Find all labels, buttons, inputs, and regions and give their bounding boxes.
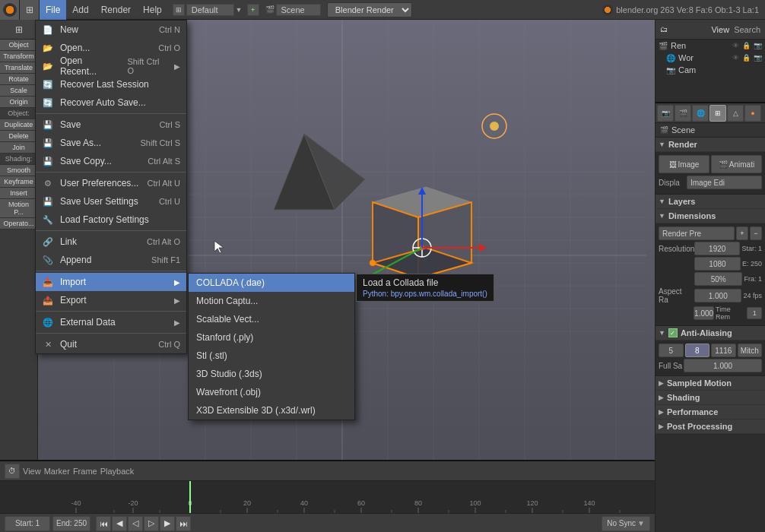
submenu-x3d[interactable]: X3D Extensible 3D (.x3d/.wrl) [189,401,354,420]
menu-quit[interactable]: ✕ Quit Ctrl Q [36,335,186,353]
file-menu-item[interactable]: File [40,0,66,20]
menu-link[interactable]: 🔗 Link Ctrl Alt O [36,233,186,251]
timeline-view-btn[interactable]: View [23,467,41,476]
full-sample-value[interactable]: 1.000 [684,359,762,372]
add-workspace-btn[interactable]: + [247,4,259,16]
image-render-btn[interactable]: 🖼 Image [659,155,709,173]
timeline-playback-btn[interactable]: Playback [100,467,135,476]
sidebar-rotate-label[interactable]: Rotate [0,74,37,85]
render-section-header[interactable]: ▼ Render [655,138,765,152]
render-preset-btn[interactable]: Render Pre [659,226,735,240]
res-x-input[interactable]: 1920 [694,242,740,255]
submenu-stanford[interactable]: Stanford (.ply) [189,328,354,347]
anim-render-btn[interactable]: 🎬 Animati [711,155,762,173]
outliner-search-tab[interactable]: Search [734,25,760,34]
sidebar-delete-label[interactable]: Delete [0,131,37,142]
outliner-item-cam[interactable]: 📷 Cam [655,64,765,76]
post-processing-header[interactable]: ▶ Post Processing [655,420,765,434]
dimensions-section-header[interactable]: ▼ Dimensions [655,209,765,223]
prop-tab-mesh[interactable]: △ [727,105,744,122]
outliner-view-tab[interactable]: View [711,25,729,34]
sidebar-scale-label[interactable]: Scale [0,85,37,97]
sidebar-origin-label[interactable]: Origin [0,97,37,108]
prop-tab-object[interactable]: ⊞ [709,105,726,122]
preset-add-btn[interactable]: + [736,226,748,240]
sidebar-motion-label[interactable]: Motion P... [0,199,37,218]
prop-tab-scene[interactable]: 🎬 [675,105,691,122]
prev-frame-btn[interactable]: ◀ [112,516,127,531]
editor-type-icon[interactable]: ⊞ [20,0,40,20]
help-menu-item[interactable]: Help [137,0,168,20]
sidebar-insert-label[interactable]: Insert [0,188,37,199]
menu-import[interactable]: 📥 Import ▶ COLLADA (.dae) Motion Captu..… [36,273,186,291]
submenu-scalable[interactable]: Scalable Vect... [189,310,354,328]
menu-save-copy[interactable]: 💾 Save Copy... Ctrl Alt S [36,152,186,170]
submenu-obj[interactable]: Wavefront (.obj) [189,383,354,401]
timeline-type-btn[interactable]: ⏱ [5,464,20,479]
prop-tab-world[interactable]: 🌐 [692,105,709,122]
layers-section-header[interactable]: ▼ Layers [655,195,765,209]
render-menu-item[interactable]: Render [95,0,137,20]
outliner-item-ren[interactable]: 🎬 Ren 👁 🔒 📷 [655,40,765,52]
aspect-x-input[interactable]: 1.000 [694,289,741,302]
submenu-motion[interactable]: Motion Captu... [189,292,354,310]
sidebar-object-label[interactable]: Object [0,40,37,51]
next-frame-btn[interactable]: ▶ [160,516,175,531]
performance-section-header[interactable]: ▶ Performance [655,405,765,420]
aspect-y-input[interactable]: 1.000 [694,306,714,320]
sidebar-translate-label[interactable]: Translate [0,62,37,74]
svg-text:20: 20 [243,499,251,507]
display-value-btn[interactable]: Image Edi [687,176,762,189]
play-forward-btn[interactable]: ▷ [144,516,159,531]
preset-remove-btn[interactable]: − [750,226,762,240]
sidebar-join-label[interactable]: Join [0,142,37,154]
play-reverse-btn[interactable]: ◁ [128,516,143,531]
menu-append[interactable]: 📎 Append Shift F1 [36,251,186,269]
menu-recover-auto[interactable]: 🔄 Recover Auto Save... [36,93,186,112]
menu-save[interactable]: 💾 Save Ctrl S [36,116,186,134]
sidebar-duplicate-label[interactable]: Duplicate [0,119,37,131]
time-rem-value[interactable]: 1 [747,307,762,319]
aa-checkbox[interactable] [668,328,678,337]
submenu-3ds[interactable]: 3D Studio (.3ds) [189,365,354,383]
sidebar-operator-label[interactable]: Operato... [0,218,37,230]
prop-tab-render[interactable]: 📷 [657,105,674,122]
menu-export[interactable]: 📤 Export ▶ [36,291,186,309]
menu-save-as[interactable]: 💾 Save As... Shift Ctrl S [36,134,186,152]
menu-user-prefs[interactable]: ⚙ User Preferences... Ctrl Alt U [36,174,186,192]
timeline-marker-btn[interactable]: Marker [44,467,70,476]
shading-section-header[interactable]: ▶ Shading [655,391,765,405]
aa-sample-1116[interactable]: 1116 [711,344,736,357]
timeline-frame-btn[interactable]: Frame [73,467,97,476]
add-menu-item[interactable]: Add [66,0,94,20]
sidebar-smooth-label[interactable]: Smooth [0,165,37,176]
menu-save-user[interactable]: 💾 Save User Settings Ctrl U [36,192,186,211]
scene-selector[interactable]: Scene [276,4,321,16]
sidebar-transform-label[interactable]: Transform [0,51,37,62]
workspace-name[interactable]: Default [186,4,234,16]
menu-open[interactable]: 📂 Open... Ctrl O [36,39,186,57]
sync-btn[interactable]: No Sync ▼ [602,516,650,531]
res-pct-input[interactable]: 50% [694,272,742,286]
end-frame-display[interactable]: End: 250 [52,516,90,531]
menu-external-data[interactable]: 🌐 External Data ▶ [36,313,186,331]
menu-load-factory[interactable]: 🔧 Load Factory Settings [36,211,186,229]
submenu-collada[interactable]: COLLADA (.dae) [189,274,354,292]
sidebar-keyframe-label[interactable]: Keyframe [0,176,37,188]
start-frame-display[interactable]: Start: 1 [5,516,50,531]
aa-sample-8[interactable]: 8 [685,344,710,357]
menu-new[interactable]: 📄 New Ctrl N [36,21,186,39]
sampled-motion-header[interactable]: ▶ Sampled Motion [655,376,765,391]
jump-start-btn[interactable]: ⏮ [96,516,111,531]
render-engine-select[interactable]: Blender Render Blender Game Cycles Rende… [327,2,412,17]
aa-filter-btn[interactable]: Mitch [738,344,763,357]
res-y-input[interactable]: 1080 [694,257,741,271]
submenu-stl[interactable]: Stl (.stl) [189,347,354,365]
jump-end-btn[interactable]: ⏭ [176,516,191,531]
prop-tab-mat[interactable]: ● [744,105,761,122]
menu-open-recent[interactable]: 📂 Open Recent... Shift Ctrl O ▶ [36,57,186,75]
aa-section-header[interactable]: ▼ Anti-Aliasing [655,326,765,340]
outliner-item-wor[interactable]: 🌐 Wor 👁 🔒 📷 [655,52,765,64]
menu-recover-last[interactable]: 🔄 Recover Last Session [36,75,186,93]
aa-sample-5[interactable]: 5 [659,344,684,357]
